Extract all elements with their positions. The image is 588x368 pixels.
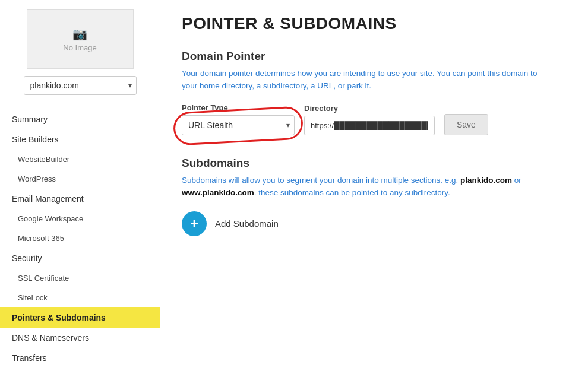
add-subdomain-button[interactable]: + Add Subdomain <box>182 211 279 236</box>
sidebar-item-ssl-certificate[interactable]: SSL Certificate <box>0 268 160 288</box>
subdomains-section: Subdomains Subdomains will allow you to … <box>182 157 567 236</box>
domain-selector[interactable]: plankido.com ▾ <box>24 76 137 95</box>
subdomains-info: Subdomains will allow you to segment you… <box>182 175 532 199</box>
sidebar-item-email-management[interactable]: Email Management <box>0 189 160 209</box>
pointer-type-label: Pointer Type <box>182 103 295 112</box>
pointer-type-select[interactable]: Home Directory Sub Directory URL URL Ste… <box>182 115 295 135</box>
pointer-type-wrapper: Home Directory Sub Directory URL URL Ste… <box>182 115 295 135</box>
domain-pointer-info: Your domain pointer determines how you a… <box>182 68 538 93</box>
sidebar-item-site-builders[interactable]: Site Builders <box>0 129 160 150</box>
no-image-box: 📷 No Image <box>27 9 134 69</box>
sidebar-item-google-workspace[interactable]: Google Workspace <box>0 209 160 229</box>
no-image-label: No Image <box>63 43 96 52</box>
sidebar-item-summary[interactable]: Summary <box>0 109 160 129</box>
sidebar: 📷 No Image plankido.com ▾ Summary Site B… <box>0 0 160 368</box>
subdomains-bold1: plankido.com <box>460 176 512 185</box>
sidebar-nav: Summary Site Builders WebsiteBuilder Wor… <box>0 104 160 368</box>
logo-area: 📷 No Image plankido.com ▾ <box>0 0 160 104</box>
subdomains-bold2: www.plankido.com <box>182 188 254 197</box>
directory-group: Directory <box>304 104 435 135</box>
subdomains-info-text1: Subdomains will allow you to segment you… <box>182 176 460 185</box>
save-button[interactable]: Save <box>444 114 488 135</box>
main-content: POINTER & SUBDOMAINS Domain Pointer Your… <box>160 0 588 368</box>
pointer-form: Pointer Type Home Directory Sub Director… <box>182 103 567 135</box>
sidebar-item-website-builder[interactable]: WebsiteBuilder <box>0 150 160 169</box>
sidebar-item-dns-nameservers[interactable]: DNS & Nameservers <box>0 328 160 348</box>
subdomains-info-text3: . these subdomains can be pointed to any… <box>254 188 450 197</box>
page-title: POINTER & SUBDOMAINS <box>182 14 567 33</box>
sidebar-item-microsoft-365[interactable]: Microsoft 365 <box>0 229 160 248</box>
domain-pointer-title: Domain Pointer <box>182 50 567 63</box>
sidebar-item-sitelock[interactable]: SiteLock <box>0 288 160 307</box>
directory-input[interactable] <box>304 116 435 135</box>
add-icon: + <box>182 211 207 236</box>
sidebar-item-pointers-subdomains[interactable]: Pointers & Subdomains <box>0 307 160 328</box>
sidebar-item-wordpress[interactable]: WordPress <box>0 169 160 189</box>
directory-label: Directory <box>304 104 435 113</box>
domain-select-input[interactable]: plankido.com <box>24 76 137 95</box>
pointer-type-select-container: Home Directory Sub Directory URL URL Ste… <box>182 115 295 135</box>
sidebar-item-transfers[interactable]: Transfers <box>0 348 160 368</box>
image-icon: 📷 <box>72 27 87 41</box>
add-subdomain-label: Add Subdomain <box>215 218 279 229</box>
pointer-type-group: Pointer Type Home Directory Sub Director… <box>182 103 295 135</box>
domain-pointer-section: Domain Pointer Your domain pointer deter… <box>182 50 567 135</box>
sidebar-item-security[interactable]: Security <box>0 248 160 268</box>
subdomains-title: Subdomains <box>182 157 567 170</box>
subdomains-info-text2: or <box>512 176 521 185</box>
